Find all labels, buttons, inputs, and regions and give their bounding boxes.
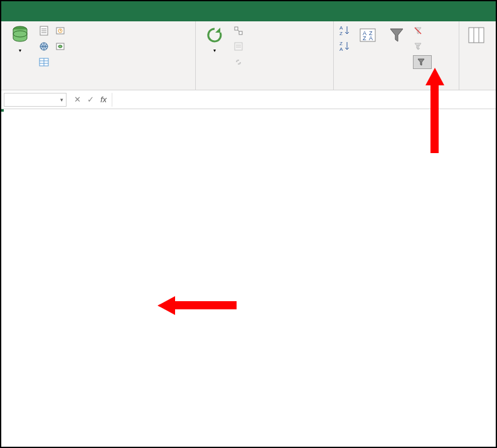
group-label xyxy=(5,87,191,90)
refresh-icon xyxy=(205,25,225,45)
svg-text:A: A xyxy=(369,35,373,41)
globe-icon xyxy=(39,41,49,51)
svg-text:Z: Z xyxy=(339,41,343,46)
svg-line-17 xyxy=(238,30,239,31)
ribbon-tabs xyxy=(1,1,496,21)
group-label xyxy=(338,87,455,90)
table-icon xyxy=(39,57,49,67)
queries-icon xyxy=(233,26,243,36)
sort-asc-icon[interactable]: AZ xyxy=(338,24,351,38)
name-box[interactable]: ▾ xyxy=(4,93,67,107)
formula-bar: ▾ ✕ ✓ fx xyxy=(1,90,496,109)
links-icon xyxy=(233,57,243,67)
svg-text:A: A xyxy=(339,46,343,52)
clear-filter-button xyxy=(413,24,432,38)
sort-icon: AZZA xyxy=(358,25,378,45)
funnel-icon xyxy=(387,25,407,45)
get-data-button[interactable]: ▾ xyxy=(5,24,35,53)
edit-links-button xyxy=(233,55,246,69)
recent-icon xyxy=(55,26,65,36)
sort-desc-icon[interactable]: ZA xyxy=(338,40,351,53)
group-label xyxy=(200,87,329,90)
svg-text:A: A xyxy=(339,25,343,31)
text-to-columns-button[interactable] xyxy=(463,24,489,46)
from-web-button[interactable] xyxy=(39,40,51,53)
fx-icon[interactable]: fx xyxy=(100,95,107,104)
text-columns-icon xyxy=(466,25,486,45)
svg-point-14 xyxy=(58,45,62,48)
svg-text:Z: Z xyxy=(363,35,366,41)
recent-sources-button[interactable] xyxy=(55,24,68,38)
connection-icon xyxy=(55,41,65,51)
svg-text:Z: Z xyxy=(339,31,343,36)
filter-button[interactable] xyxy=(384,24,409,46)
properties-icon xyxy=(233,41,243,51)
svg-rect-18 xyxy=(235,43,242,50)
existing-connections-button[interactable] xyxy=(55,40,68,53)
advanced-icon xyxy=(416,57,426,67)
advanced-filter-button[interactable] xyxy=(413,55,432,69)
from-text-csv-button[interactable] xyxy=(39,24,51,38)
text-file-icon xyxy=(39,26,49,36)
queries-connections-button[interactable] xyxy=(233,24,246,38)
database-icon xyxy=(10,25,30,45)
ribbon: ▾ xyxy=(1,21,496,90)
enter-icon[interactable]: ✓ xyxy=(87,95,94,104)
clear-icon xyxy=(413,26,423,36)
properties-button xyxy=(233,40,246,53)
formula-input[interactable] xyxy=(112,93,496,107)
from-table-range-button[interactable] xyxy=(39,55,51,69)
sort-button[interactable]: AZZA xyxy=(355,24,380,46)
refresh-all-button[interactable]: ▾ xyxy=(200,24,230,53)
reapply-button xyxy=(413,40,432,53)
svg-rect-15 xyxy=(235,27,238,30)
svg-rect-16 xyxy=(239,31,242,35)
cancel-icon[interactable]: ✕ xyxy=(74,95,81,104)
reapply-icon xyxy=(413,41,423,51)
svg-rect-31 xyxy=(469,28,484,43)
